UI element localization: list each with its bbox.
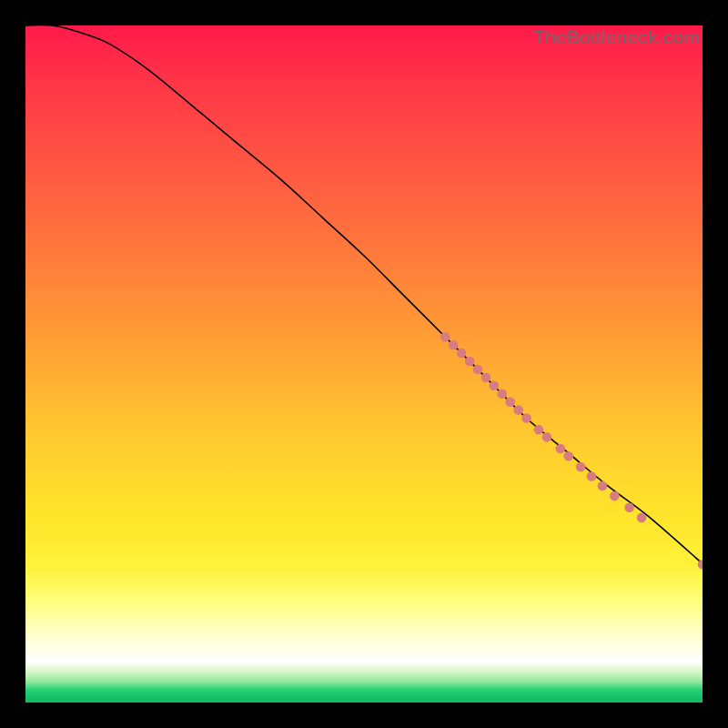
marker-dot [563, 451, 573, 461]
chart-overlay-svg [25, 25, 703, 703]
marker-dot [534, 425, 544, 435]
marker-dot [542, 432, 552, 442]
marker-dot [598, 481, 608, 491]
marker-dot [555, 444, 565, 454]
plot-area: TheBottleneck.com [25, 25, 703, 703]
marker-dot [449, 340, 459, 350]
marker-dot [440, 332, 450, 342]
marker-dot [624, 502, 634, 512]
marker-dot [465, 357, 475, 367]
marker-dot [481, 373, 491, 383]
watermark-text: TheBottleneck.com [533, 26, 700, 48]
marker-dot [587, 471, 597, 481]
marker-dot [610, 491, 620, 501]
marker-dots-layer [440, 332, 703, 570]
marker-dot [497, 389, 507, 399]
marker-dot [505, 397, 515, 407]
marker-dot [521, 413, 531, 423]
marker-dot [473, 365, 483, 375]
marker-dot [637, 513, 647, 523]
marker-dot [490, 381, 500, 391]
chart-frame: TheBottleneck.com [0, 0, 728, 728]
marker-dot [457, 349, 467, 359]
marker-dot [513, 405, 523, 415]
marker-dot [576, 462, 586, 472]
